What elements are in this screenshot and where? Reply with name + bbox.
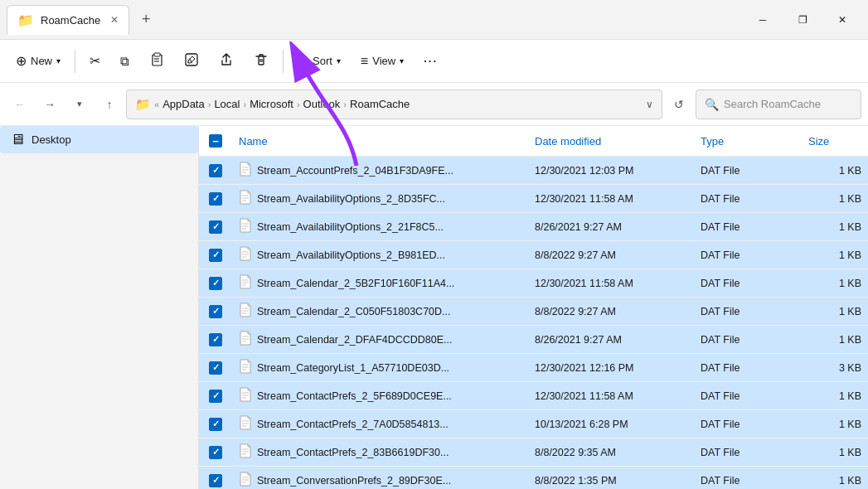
type-column-header[interactable]: Type bbox=[694, 132, 802, 151]
row-checkbox-8[interactable] bbox=[199, 386, 232, 406]
row-size-1: 1 KB bbox=[802, 190, 868, 208]
checked-icon bbox=[209, 361, 222, 375]
maximize-button[interactable]: ❐ bbox=[783, 7, 822, 33]
new-tab-button[interactable]: + bbox=[133, 7, 159, 33]
close-button[interactable]: ✕ bbox=[823, 7, 861, 33]
view-button[interactable]: ≡ View ▾ bbox=[352, 48, 413, 75]
table-row[interactable]: Stream_Calendar_2_5B2F10F160F11A4... 12/… bbox=[199, 269, 868, 298]
row-type-0: DAT File bbox=[694, 162, 802, 180]
view-icon: ≡ bbox=[361, 54, 368, 69]
share-button[interactable] bbox=[210, 46, 243, 76]
row-date-11: 8/8/2022 1:35 PM bbox=[528, 472, 694, 490]
sidebar-item-desktop[interactable]: 🖥 Desktop bbox=[0, 126, 198, 153]
row-size-0: 1 KB bbox=[802, 162, 868, 180]
row-type-4: DAT File bbox=[694, 274, 802, 293]
sort-button[interactable]: ⇅ Sort ▾ bbox=[289, 47, 350, 75]
table-row[interactable]: Stream_Calendar_2_C050F51803C70D... 8/8/… bbox=[199, 298, 868, 326]
view-chevron-icon: ▾ bbox=[400, 56, 404, 65]
table-row[interactable]: Stream_AvailabilityOptions_2_8D35FC... 1… bbox=[199, 185, 868, 213]
row-checkbox-10[interactable] bbox=[199, 443, 232, 462]
row-date-7: 12/30/2021 12:16 PM bbox=[528, 359, 694, 377]
up-button[interactable]: ↑ bbox=[96, 91, 123, 118]
sort-label: Sort bbox=[313, 55, 332, 67]
paste-button[interactable] bbox=[140, 46, 173, 76]
breadcrumb[interactable]: 📁 « AppData › Local › Microsoft › Outloo… bbox=[126, 90, 662, 119]
table-row[interactable]: Stream_ContactPrefs_2_5F689D0CE9E... 12/… bbox=[199, 382, 868, 410]
row-date-4: 12/30/2021 11:58 AM bbox=[528, 274, 694, 293]
row-filename-text-10: Stream_ContactPrefs_2_83B6619DF30... bbox=[257, 447, 449, 458]
row-type-2: DAT File bbox=[694, 218, 802, 236]
row-filename-text-4: Stream_Calendar_2_5B2F10F160F11A4... bbox=[257, 278, 454, 289]
row-type-9: DAT File bbox=[694, 415, 802, 433]
row-checkbox-3[interactable] bbox=[199, 245, 232, 265]
header-checkbox-icon bbox=[209, 134, 222, 148]
checked-icon bbox=[209, 305, 222, 318]
row-filename-text-7: Stream_CategoryList_1_A57710DE03D... bbox=[257, 362, 449, 374]
row-type-10: DAT File bbox=[694, 443, 802, 462]
size-column-header[interactable]: Size bbox=[802, 132, 868, 151]
breadcrumb-part-2[interactable]: Microsoft bbox=[250, 98, 293, 110]
recent-button[interactable]: ▾ bbox=[66, 91, 93, 118]
toolbar-separator-1 bbox=[75, 50, 75, 73]
file-icon-1 bbox=[239, 190, 252, 207]
breadcrumb-chevron-icon[interactable]: ∨ bbox=[646, 99, 653, 110]
tab-close-button[interactable]: ✕ bbox=[110, 14, 119, 26]
row-checkbox-2[interactable] bbox=[199, 217, 232, 237]
checked-icon bbox=[209, 192, 222, 206]
table-row[interactable]: Stream_AvailabilityOptions_2_21F8C5... 8… bbox=[199, 213, 868, 241]
row-type-7: DAT File bbox=[694, 359, 802, 377]
table-row[interactable]: Stream_AvailabilityOptions_2_B981ED... 8… bbox=[199, 241, 868, 269]
row-size-10: 1 KB bbox=[802, 443, 868, 462]
breadcrumb-part-3[interactable]: Outlook bbox=[303, 98, 341, 110]
breadcrumb-part-4[interactable]: RoamCache bbox=[350, 98, 410, 110]
rename-button[interactable]: A bbox=[175, 46, 208, 76]
row-filename-text-8: Stream_ContactPrefs_2_5F689D0CE9E... bbox=[257, 390, 452, 402]
row-checkbox-1[interactable] bbox=[199, 189, 232, 209]
table-row[interactable]: Stream_ConversationPrefs_2_89DF30E... 8/… bbox=[199, 467, 868, 489]
file-icon-3 bbox=[239, 246, 252, 264]
more-button[interactable]: ··· bbox=[415, 49, 447, 73]
back-button[interactable]: ← bbox=[7, 91, 33, 118]
row-filename-text-1: Stream_AvailabilityOptions_2_8D35FC... bbox=[257, 193, 445, 205]
date-column-header[interactable]: Date modified bbox=[528, 132, 694, 151]
table-row[interactable]: Stream_ContactPrefs_2_83B6619DF30... 8/8… bbox=[199, 438, 868, 467]
table-row[interactable]: Stream_CategoryList_1_A57710DE03D... 12/… bbox=[199, 354, 868, 382]
breadcrumb-arrow-3: › bbox=[297, 99, 300, 109]
checked-icon bbox=[209, 164, 222, 177]
search-box[interactable]: 🔍 Search RoamCache bbox=[696, 90, 861, 119]
row-size-2: 1 KB bbox=[802, 218, 868, 236]
row-filename-text-11: Stream_ConversationPrefs_2_89DF30E... bbox=[257, 475, 451, 487]
table-row[interactable]: Stream_AccountPrefs_2_04B1F3DA9FE... 12/… bbox=[199, 157, 868, 185]
select-all-checkbox[interactable] bbox=[199, 131, 232, 151]
name-column-header[interactable]: Name bbox=[232, 132, 528, 151]
row-checkbox-9[interactable] bbox=[199, 414, 232, 434]
active-tab[interactable]: 📁 RoamCache ✕ bbox=[7, 5, 129, 35]
main-content: 🖥 Desktop Name Date modified Type Size bbox=[0, 126, 868, 489]
svg-rect-1 bbox=[154, 53, 160, 56]
cut-button[interactable]: ✂ bbox=[80, 47, 109, 75]
refresh-button[interactable]: ↺ bbox=[666, 91, 692, 118]
row-date-2: 8/26/2021 9:27 AM bbox=[528, 218, 694, 236]
tab-folder-icon: 📁 bbox=[17, 12, 34, 28]
row-checkbox-4[interactable] bbox=[199, 274, 232, 293]
table-row[interactable]: Stream_ContactPrefs_2_7A0D5854813... 10/… bbox=[199, 410, 868, 438]
row-checkbox-5[interactable] bbox=[199, 302, 232, 322]
copy-button[interactable]: ⧉ bbox=[111, 48, 138, 75]
desktop-icon: 🖥 bbox=[10, 131, 25, 148]
row-checkbox-11[interactable] bbox=[199, 471, 232, 490]
file-icon-8 bbox=[239, 387, 252, 404]
delete-button[interactable] bbox=[245, 46, 278, 76]
tab-title: RoamCache bbox=[41, 14, 100, 27]
breadcrumb-part-0[interactable]: AppData bbox=[162, 98, 205, 110]
row-checkbox-0[interactable] bbox=[199, 161, 232, 181]
row-date-8: 12/30/2021 11:58 AM bbox=[528, 387, 694, 405]
row-checkbox-6[interactable] bbox=[199, 330, 232, 350]
forward-button[interactable]: → bbox=[36, 91, 63, 118]
title-bar: 📁 RoamCache ✕ + ─ ❐ ✕ bbox=[0, 0, 868, 40]
minimize-button[interactable]: ─ bbox=[744, 7, 782, 33]
row-filename-text-2: Stream_AvailabilityOptions_2_21F8C5... bbox=[257, 221, 444, 233]
new-button[interactable]: ⊕ New ▾ bbox=[7, 47, 70, 75]
breadcrumb-part-1[interactable]: Local bbox=[214, 98, 240, 110]
table-row[interactable]: Stream_Calendar_2_DFAF4DCCDD80E... 8/26/… bbox=[199, 326, 868, 354]
row-checkbox-7[interactable] bbox=[199, 358, 232, 378]
